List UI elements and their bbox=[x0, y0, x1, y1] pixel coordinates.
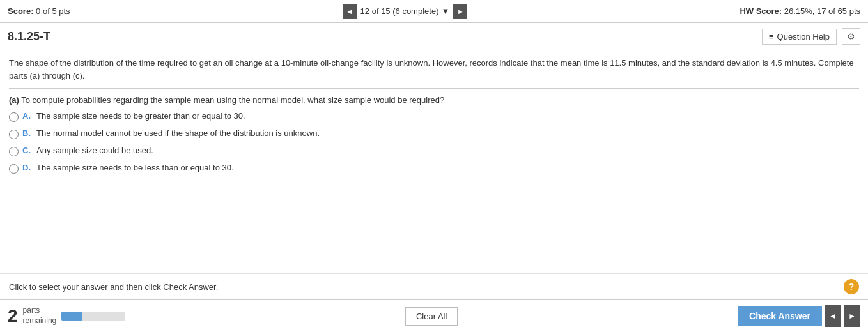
clear-all-button[interactable]: Clear All bbox=[405, 307, 458, 326]
instruction-text: Click to select your answer and then cli… bbox=[9, 282, 218, 292]
option-d-row[interactable]: D. The sample size needs to be less than… bbox=[9, 163, 859, 174]
question-id: 8.1.25-T bbox=[8, 30, 50, 43]
title-bar-actions: ≡ Question Help ⚙ bbox=[762, 28, 860, 45]
context-text: The shape of the distribution of the tim… bbox=[9, 58, 854, 80]
settings-button[interactable]: ⚙ bbox=[842, 28, 860, 45]
option-b-text: The normal model cannot be used if the s… bbox=[36, 128, 320, 138]
option-a-text: The sample size needs to be greater than… bbox=[36, 111, 245, 121]
part-a-question: To compute probabilities regarding the s… bbox=[21, 95, 444, 105]
progress-text: 12 of 15 (6 complete) ▼ bbox=[360, 6, 450, 16]
progress-bar-fill bbox=[61, 312, 82, 321]
option-a-letter: A. bbox=[22, 111, 33, 121]
hw-score-value: 26.15%, 17 of 65 pts bbox=[784, 6, 860, 16]
option-d-letter: D. bbox=[22, 163, 33, 172]
parts-info: 2 parts remaining bbox=[8, 306, 125, 326]
footer-instruction: Click to select your answer and then cli… bbox=[0, 273, 868, 299]
option-c-letter: C. bbox=[22, 146, 33, 155]
question-part-a: (a) To compute probabilities regarding t… bbox=[9, 95, 859, 174]
option-c-row[interactable]: C. Any sample size could be used. bbox=[9, 146, 859, 156]
prev-answer-button[interactable]: ◄ bbox=[825, 305, 841, 327]
check-answer-button[interactable]: Check Answer bbox=[738, 306, 822, 326]
question-help-button[interactable]: ≡ Question Help bbox=[762, 29, 837, 45]
next-answer-button[interactable]: ► bbox=[844, 305, 860, 327]
parts-line2: remaining bbox=[23, 316, 57, 326]
bottom-right-actions: Check Answer ◄ ► bbox=[738, 305, 860, 327]
option-b-letter: B. bbox=[22, 128, 33, 138]
score-value: 0 of 5 pts bbox=[36, 6, 70, 16]
option-a-row[interactable]: A. The sample size needs to be greater t… bbox=[9, 111, 859, 122]
option-d-radio[interactable] bbox=[9, 164, 19, 174]
option-a-radio[interactable] bbox=[9, 112, 19, 122]
part-a-label: (a) bbox=[9, 95, 19, 105]
option-b-radio[interactable] bbox=[9, 130, 19, 139]
question-help-label: Question Help bbox=[777, 32, 830, 42]
hw-score-display: HW Score: 26.15%, 17 of 65 pts bbox=[740, 6, 860, 16]
next-question-button[interactable]: ► bbox=[453, 4, 467, 19]
option-d-text: The sample size needs to be less than or… bbox=[36, 163, 234, 172]
parts-label: parts remaining bbox=[23, 306, 57, 326]
bottom-center-actions: Clear All bbox=[405, 307, 458, 326]
option-b-row[interactable]: B. The normal model cannot be used if th… bbox=[9, 128, 859, 139]
score-display: Score: 0 of 5 pts bbox=[8, 6, 70, 16]
question-help-icon: ≡ bbox=[769, 32, 774, 42]
question-context: The shape of the distribution of the tim… bbox=[9, 57, 859, 89]
help-button[interactable]: ? bbox=[844, 279, 859, 294]
progress-bar-container bbox=[61, 312, 125, 321]
option-c-text: Any sample size could be used. bbox=[36, 146, 153, 155]
option-c-radio[interactable] bbox=[9, 147, 19, 156]
dropdown-icon: ▼ bbox=[441, 6, 449, 16]
score-label: Score: bbox=[8, 6, 33, 16]
hw-score-label: HW Score: bbox=[740, 6, 782, 16]
content-area: The shape of the distribution of the tim… bbox=[0, 50, 868, 273]
top-bar: Score: 0 of 5 pts ◄ 12 of 15 (6 complete… bbox=[0, 0, 868, 23]
navigation-center: ◄ 12 of 15 (6 complete) ▼ ► bbox=[343, 4, 468, 19]
bottom-bar: 2 parts remaining Clear All Check Answer… bbox=[0, 299, 868, 332]
parts-line1: parts bbox=[23, 306, 57, 316]
title-bar: 8.1.25-T ≡ Question Help ⚙ bbox=[0, 23, 868, 50]
prev-question-button[interactable]: ◄ bbox=[343, 4, 357, 19]
answer-options: A. The sample size needs to be greater t… bbox=[9, 111, 859, 174]
parts-count: 2 bbox=[8, 306, 18, 326]
